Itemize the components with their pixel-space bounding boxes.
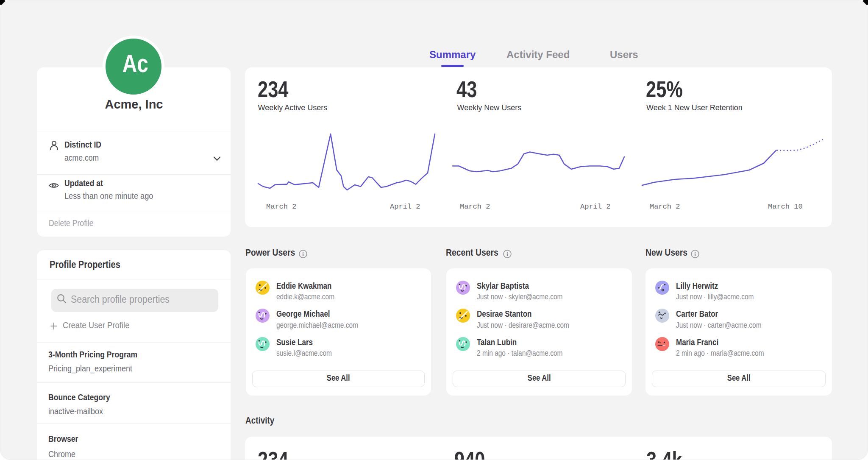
svg-text:i: i xyxy=(302,251,304,257)
svg-text:i: i xyxy=(506,251,508,257)
svg-text:i: i xyxy=(694,251,696,257)
